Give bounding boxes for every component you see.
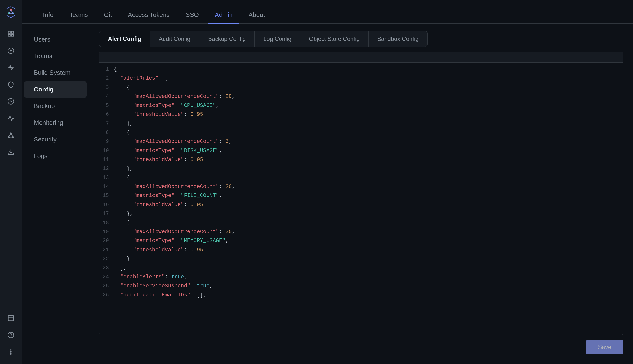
top-nav: Info Teams Git Access Tokens SSO Admin A… (22, 0, 633, 24)
svg-rect-10 (11, 34, 13, 36)
code-line-20: 20 "metricsType": "MEMORY_USAGE", (99, 236, 623, 245)
sidebar-item-config[interactable]: Config (24, 81, 87, 98)
svg-point-17 (10, 133, 11, 134)
svg-line-21 (11, 134, 13, 136)
tab-git[interactable]: Git (97, 7, 119, 24)
code-line-26: 26 "notificationEmailIDs": [], (99, 290, 623, 300)
tab-about[interactable]: About (242, 7, 272, 24)
svg-line-4 (9, 10, 11, 13)
svg-marker-0 (6, 6, 16, 18)
code-line-17: 17 }, (99, 209, 623, 218)
code-line-5: 5 "metricsType": "CPU_USAGE", (99, 101, 623, 110)
tab-info[interactable]: Info (36, 7, 60, 24)
code-line-1: 1 { (99, 65, 623, 74)
code-line-4: 4 "maxAllowedOccurrenceCount": 20, (99, 92, 623, 101)
svg-line-20 (9, 134, 11, 136)
app-logo (4, 5, 18, 19)
code-line-18: 18 { (99, 218, 623, 228)
code-header: − (99, 52, 623, 62)
tab-admin[interactable]: Admin (208, 7, 239, 24)
sidebar-icon-activity[interactable] (4, 111, 18, 126)
code-line-21: 21 "thresholdValue": 0.95 (99, 246, 623, 254)
sidebar-icon-analytics[interactable] (4, 60, 18, 75)
code-line-22: 22 } (99, 254, 623, 263)
left-sidebar: Users Teams Build System Config Backup M… (22, 24, 89, 364)
sidebar-icon-more[interactable] (4, 345, 18, 359)
code-content[interactable]: 1 { 2 "alertRules": [ 3 { 4 "maxAllowe (99, 62, 623, 335)
sidebar-item-users[interactable]: Users (24, 32, 87, 48)
code-editor: − 1 { 2 "alertRules": [ 3 { (99, 52, 623, 335)
sidebar-item-teams[interactable]: Teams (24, 48, 87, 64)
svg-line-5 (11, 10, 13, 13)
save-container: Save (99, 335, 623, 357)
sidebar-icon-projects[interactable] (4, 26, 18, 41)
code-line-6: 6 "thresholdValue": 0.95 (99, 110, 623, 119)
sidebar-item-security[interactable]: Security (24, 131, 87, 148)
code-line-7: 7 }, (99, 119, 623, 128)
svg-rect-8 (11, 32, 13, 33)
sidebar-icon-network[interactable] (4, 128, 18, 142)
code-line-12: 12 }, (99, 164, 623, 173)
sub-tab-alert-config[interactable]: Alert Config (99, 31, 150, 46)
code-line-2: 2 "alertRules": [ (99, 74, 623, 83)
sidebar-icon-add[interactable] (4, 44, 18, 58)
sidebar-icon-help[interactable] (4, 328, 18, 342)
sub-tab-audit-config[interactable]: Audit Config (150, 31, 199, 46)
content-area: Users Teams Build System Config Backup M… (22, 24, 633, 364)
svg-rect-24 (8, 316, 13, 321)
code-line-14: 14 "maxAllowedOccurrenceCount": 20, (99, 182, 623, 191)
code-line-13: 13 { (99, 173, 623, 182)
tab-sso[interactable]: SSO (179, 7, 206, 24)
svg-rect-7 (8, 32, 10, 33)
code-line-3: 3 { (99, 83, 623, 92)
code-line-11: 11 "thresholdValue": 0.95 (99, 155, 623, 164)
sub-tab-backup-config[interactable]: Backup Config (199, 31, 255, 46)
code-line-23: 23 ], (99, 264, 623, 272)
right-panel: Alert Config Audit Config Backup Config … (89, 24, 633, 364)
sidebar-icon-table[interactable] (4, 311, 18, 326)
sidebar-item-monitoring[interactable]: Monitoring (24, 115, 87, 131)
code-line-9: 9 "maxAllowedOccurrenceCount": 3, (99, 137, 623, 146)
svg-rect-9 (8, 34, 10, 36)
sub-tab-sandbox-config[interactable]: Sandbox Config (369, 31, 427, 46)
code-line-24: 24 "enableAlerts": true, (99, 272, 623, 282)
sub-tabs: Alert Config Audit Config Backup Config … (99, 31, 428, 47)
code-line-16: 16 "thresholdValue": 0.95 (99, 200, 623, 209)
tab-access-tokens[interactable]: Access Tokens (121, 7, 176, 24)
minimize-icon[interactable]: − (615, 53, 619, 61)
sidebar-item-build-system[interactable]: Build System (24, 65, 87, 81)
code-line-19: 19 "maxAllowedOccurrenceCount": 30, (99, 228, 623, 236)
svg-point-31 (11, 352, 11, 352)
svg-point-32 (11, 354, 11, 354)
main-area: Info Teams Git Access Tokens SSO Admin A… (22, 0, 633, 364)
sidebar-icon-history[interactable] (4, 94, 18, 108)
code-line-10: 10 "metricsType": "DISK_USAGE", (99, 146, 623, 155)
tab-teams[interactable]: Teams (63, 7, 95, 24)
code-line-8: 8 { (99, 128, 623, 137)
sub-tab-log-config[interactable]: Log Config (255, 31, 300, 46)
code-line-15: 15 "metricsType": "FILE_COUNT", (99, 191, 623, 200)
sidebar-item-logs[interactable]: Logs (24, 148, 87, 164)
code-line-25: 25 "enableServiceSuspend": true, (99, 282, 623, 290)
svg-point-30 (11, 350, 11, 350)
sidebar-icon-security[interactable] (4, 77, 18, 92)
sidebar-icon-download[interactable] (4, 145, 18, 159)
sub-tab-object-store-config[interactable]: Object Store Config (300, 31, 369, 46)
sidebar-item-backup[interactable]: Backup (24, 98, 87, 114)
save-button[interactable]: Save (586, 340, 623, 354)
icon-sidebar (0, 0, 22, 364)
